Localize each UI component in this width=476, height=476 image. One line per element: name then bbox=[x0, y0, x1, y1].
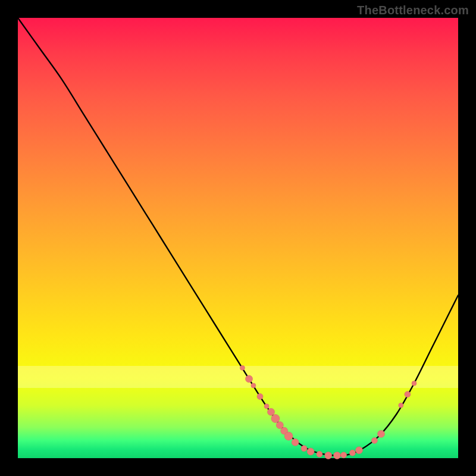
markers-group bbox=[240, 365, 416, 459]
data-marker bbox=[349, 450, 355, 456]
stage: TheBottleneck.com bbox=[0, 0, 476, 476]
data-marker bbox=[378, 430, 385, 437]
data-marker bbox=[405, 392, 411, 397]
data-marker bbox=[325, 452, 332, 459]
data-marker bbox=[334, 452, 341, 459]
data-marker bbox=[341, 452, 347, 458]
data-marker bbox=[257, 393, 263, 399]
chart-plot-area bbox=[18, 18, 458, 458]
data-marker bbox=[399, 403, 403, 408]
data-marker bbox=[251, 383, 256, 388]
watermark-text: TheBottleneck.com bbox=[357, 4, 469, 17]
data-marker bbox=[301, 446, 307, 452]
data-marker bbox=[284, 432, 293, 440]
data-marker bbox=[356, 447, 363, 454]
data-marker bbox=[317, 451, 322, 457]
curve-line bbox=[18, 18, 458, 456]
data-marker bbox=[268, 408, 275, 415]
data-marker bbox=[371, 437, 377, 443]
data-marker bbox=[412, 381, 416, 386]
data-marker bbox=[246, 375, 253, 383]
data-marker bbox=[292, 439, 299, 446]
data-marker bbox=[264, 404, 269, 409]
chart-overlay-svg bbox=[18, 18, 458, 458]
data-marker bbox=[307, 448, 314, 455]
data-marker bbox=[271, 414, 280, 422]
data-marker bbox=[240, 365, 245, 370]
